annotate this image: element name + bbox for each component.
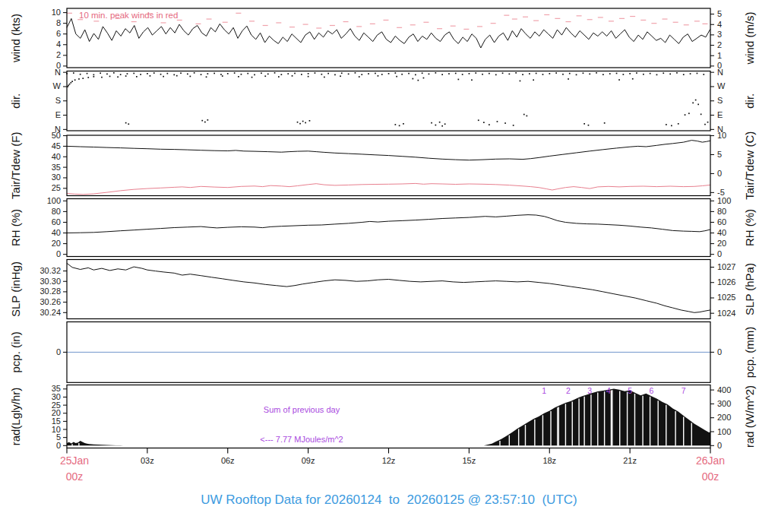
radiation-sum-note-line1: Sum of previous day bbox=[219, 405, 384, 415]
y-tick-label-left: 35 bbox=[52, 163, 61, 172]
axis-title-right-dir: dir. bbox=[743, 93, 756, 109]
chart-canvas: 0246810012345wind (kts)wind (m/s)NWSENNW… bbox=[0, 0, 778, 532]
y-tick-label-right: 0 bbox=[717, 347, 722, 356]
axis-title-right-wind: wind (m/s) bbox=[743, 11, 756, 65]
y-tick-label-left: 40 bbox=[52, 152, 61, 161]
axis-title-left-pcp: pcp. (in) bbox=[9, 331, 22, 372]
panel-slp: 30.2430.2630.2830.3030.32102410251026102… bbox=[9, 260, 756, 319]
x-axis-start-date: 25Jan 00z bbox=[52, 453, 97, 485]
x-tick-label: 21z bbox=[623, 456, 637, 465]
y-tick-label-left: 50 bbox=[52, 131, 61, 140]
series-wind-direction bbox=[66, 72, 708, 127]
end-date-hour: 00z bbox=[688, 469, 733, 485]
y-tick-label-right: 3 bbox=[717, 30, 722, 39]
rad-sum-mark-6: 6 bbox=[649, 386, 653, 395]
series-solar-radiation-lgly-hr bbox=[67, 388, 710, 445]
y-tick-label-right: 1 bbox=[717, 51, 722, 60]
rad-sum-mark-1: 1 bbox=[542, 386, 546, 395]
axis-title-right-tair: Tair/Tdew (C) bbox=[743, 131, 756, 200]
y-tick-label-right: 1025 bbox=[717, 293, 735, 302]
y-tick-label-right: 100 bbox=[717, 196, 731, 205]
panel-tair: 253035404550-50510Tair/Tdew (F)Tair/Tdew… bbox=[9, 131, 756, 200]
axis-title-left-dir: dir. bbox=[9, 93, 22, 109]
x-axis: 03z06z09z12z15z18z21z bbox=[67, 448, 710, 465]
axis-title-right-rh: RH (%) bbox=[743, 209, 756, 246]
y-tick-label-right: 1026 bbox=[717, 277, 735, 287]
y-tick-label-left: 5 bbox=[56, 432, 61, 442]
figure-title: UW Rooftop Data for 20260124 to 20260125… bbox=[0, 492, 778, 508]
y-tick-label-right: 5 bbox=[717, 150, 722, 159]
panel-rh-frame bbox=[67, 199, 710, 257]
axis-title-left-tair: Tair/Tdew (F) bbox=[9, 132, 22, 199]
y-tick-label-right: 200 bbox=[717, 413, 731, 422]
x-tick-label: 03z bbox=[141, 456, 154, 465]
x-axis-end-date: 26Jan 00z bbox=[688, 453, 733, 485]
y-tick-label-left: 80 bbox=[52, 207, 61, 216]
axis-title-left-slp: SLP (inHg) bbox=[9, 261, 22, 317]
rad-sum-mark-2: 2 bbox=[566, 386, 571, 395]
rad-sum-mark-4: 4 bbox=[606, 386, 611, 395]
y-tick-label-left: N bbox=[55, 68, 61, 77]
y-tick-label-right: 400 bbox=[717, 385, 731, 394]
panel-dir-frame bbox=[67, 71, 710, 131]
y-tick-label-left: 8 bbox=[56, 18, 61, 27]
panel-slp-frame bbox=[67, 260, 710, 319]
y-tick-label-right: 40 bbox=[717, 228, 726, 237]
y-tick-label-right: S bbox=[717, 96, 723, 105]
end-date-day: 26Jan bbox=[688, 453, 733, 469]
y-tick-label-right: 5 bbox=[717, 9, 722, 18]
y-tick-label-left: 25 bbox=[52, 183, 61, 192]
y-tick-label-right: 10 bbox=[717, 131, 726, 140]
y-tick-label-left: 0 bbox=[56, 441, 61, 450]
y-tick-label-right: 0 bbox=[717, 169, 722, 178]
y-tick-label-left: 35 bbox=[52, 384, 61, 393]
y-tick-label-right: 0 bbox=[717, 441, 722, 450]
panel-dir: NWSENNWSENdir.dir. bbox=[9, 68, 756, 134]
y-tick-label-left: E bbox=[55, 110, 61, 119]
y-tick-label-left: 6 bbox=[56, 29, 61, 38]
y-tick-label-right: 2 bbox=[717, 40, 722, 49]
x-tick-label: 18z bbox=[542, 456, 556, 465]
y-tick-label-left: 30 bbox=[52, 392, 61, 401]
rad-sum-mark-7: 7 bbox=[682, 386, 686, 395]
y-tick-label-right: E bbox=[717, 110, 723, 119]
y-tick-label-right: 1024 bbox=[717, 309, 735, 318]
y-tick-label-right: 0 bbox=[717, 249, 722, 258]
radiation-sum-note-line2: <--- 7.77 MJoules/m^2 bbox=[219, 435, 384, 445]
axis-title-left-wind: wind (kts) bbox=[9, 14, 22, 63]
axis-title-right-rad: rad (W/m^2) bbox=[743, 385, 756, 448]
y-tick-label-left: 0 bbox=[56, 249, 61, 258]
series-tair-f bbox=[67, 141, 710, 160]
y-tick-label-left: 30 bbox=[52, 173, 61, 182]
rad-sum-mark-5: 5 bbox=[628, 386, 632, 395]
y-tick-label-left: 60 bbox=[52, 217, 61, 226]
y-tick-label-left: 30.24 bbox=[40, 308, 61, 317]
y-tick-label-right: 4 bbox=[717, 20, 722, 29]
y-tick-label-right: W bbox=[717, 81, 726, 90]
y-tick-label-left: 0 bbox=[56, 347, 61, 356]
y-tick-label-left: 10 bbox=[52, 425, 61, 434]
y-tick-label-left: 10 bbox=[52, 8, 61, 17]
panel-pcp: 00pcp. (in)pcp. (mm) bbox=[9, 322, 756, 383]
y-tick-label-right: N bbox=[717, 68, 723, 77]
series-relative-humidity bbox=[67, 215, 710, 233]
radiation-sum-note: Sum of previous day <--- 7.77 MJoules/m^… bbox=[219, 385, 384, 464]
y-tick-label-left: 30.28 bbox=[40, 287, 61, 296]
rad-sum-mark-3: 3 bbox=[587, 386, 592, 395]
y-tick-label-left: 25 bbox=[52, 401, 61, 410]
start-date-hour: 00z bbox=[52, 469, 97, 485]
y-tick-label-right: 300 bbox=[717, 399, 731, 408]
start-date-day: 25Jan bbox=[52, 453, 97, 469]
y-tick-label-left: 20 bbox=[52, 239, 61, 248]
y-tick-label-left: 30.32 bbox=[40, 266, 61, 275]
series-sea-level-pressure-inhg bbox=[67, 263, 710, 312]
y-tick-label-left: 45 bbox=[52, 141, 61, 150]
y-tick-label-left: 100 bbox=[47, 196, 61, 205]
x-tick-label: 15z bbox=[463, 456, 476, 465]
y-tick-label-right: 20 bbox=[717, 239, 726, 248]
axis-title-right-pcp: pcp. (mm) bbox=[743, 327, 756, 378]
y-tick-label-left: 4 bbox=[56, 40, 61, 49]
y-tick-label-right: 80 bbox=[717, 207, 726, 216]
y-tick-label-right: 60 bbox=[717, 217, 726, 226]
axis-title-left-rh: RH (%) bbox=[9, 209, 22, 246]
